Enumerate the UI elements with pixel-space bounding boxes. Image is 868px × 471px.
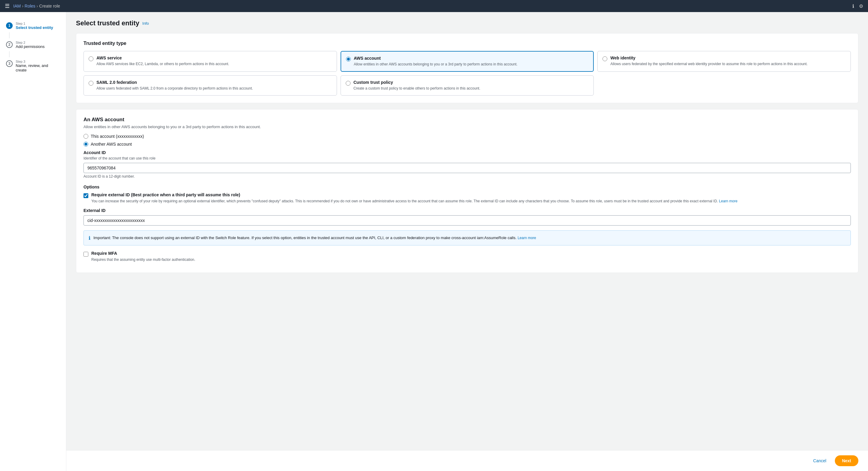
entity-option-aws-account[interactable]: AWS account Allow entities in other AWS … [341, 51, 594, 72]
step-3-label: Step 3 [16, 60, 60, 63]
entity-radio-saml[interactable] [89, 81, 93, 86]
settings-icon[interactable]: ⚙ [859, 3, 863, 9]
require-external-id-checkbox[interactable] [84, 193, 88, 198]
entity-option-saml-desc: Allow users federated with SAML 2.0 from… [96, 86, 253, 91]
sidebar-step-1: 1 Step 1 Select trusted entity [0, 19, 66, 32]
entity-option-aws-service-desc: Allow AWS services like EC2, Lambda, or … [96, 61, 229, 67]
require-external-id-label: Require external ID (Best practice when … [91, 193, 851, 197]
cancel-button[interactable]: Cancel [808, 456, 831, 466]
account-id-label: Account ID [84, 150, 851, 155]
top-navigation: ☰ IAM › Roles › Create role ℹ ⚙ [0, 0, 868, 12]
trusted-entity-card: Trusted entity type AWS service Allow AW… [76, 33, 858, 103]
external-id-label: External ID [84, 208, 851, 213]
step-connector-2 [9, 51, 10, 57]
options-section: Options Require external ID (Best practi… [84, 184, 851, 262]
entity-option-saml[interactable]: SAML 2.0 federation Allow users federate… [84, 76, 337, 96]
step-connector-1 [9, 32, 10, 38]
entity-option-aws-service-title: AWS service [96, 56, 229, 60]
entity-options-row2: SAML 2.0 federation Allow users federate… [84, 76, 851, 96]
entity-radio-aws-service[interactable] [89, 56, 93, 61]
breadcrumb-create-role: Create role [39, 4, 60, 8]
step-3-name: Name, review, and create [16, 63, 60, 72]
sidebar: 1 Step 1 Select trusted entity 2 Step 2 … [0, 12, 66, 471]
page-title: Select trusted entity [76, 19, 139, 27]
sidebar-step-3: 3 Step 3 Name, review, and create [0, 57, 66, 75]
require-external-id-learn-more[interactable]: Learn more [719, 199, 738, 203]
entity-radio-aws-account[interactable] [346, 57, 351, 61]
info-box-icon: ℹ [89, 235, 90, 241]
account-id-sublabel: Identifier of the account that can use t… [84, 156, 851, 160]
entity-option-custom-trust[interactable]: Custom trust policy Create a custom trus… [341, 76, 594, 96]
breadcrumb-roles[interactable]: Roles [25, 4, 36, 8]
account-id-input[interactable] [84, 163, 851, 173]
info-box-text: Important: The console does not support … [93, 235, 536, 241]
info-icon[interactable]: ℹ [852, 3, 854, 9]
step-1-circle: 1 [6, 22, 13, 29]
sidebar-step-2: 2 Step 2 Add permissions [0, 38, 66, 51]
entity-option-web-identity-desc: Allows users federated by the specified … [610, 61, 807, 67]
entity-option-custom-trust-desc: Create a custom trust policy to enable o… [353, 86, 480, 91]
info-box-learn-more[interactable]: Learn more [518, 236, 536, 240]
info-box: ℹ Important: The console does not suppor… [84, 230, 851, 245]
another-account-radio[interactable] [84, 142, 88, 147]
aws-account-section-desc: Allow entities in other AWS accounts bel… [84, 124, 851, 129]
this-account-radio[interactable] [84, 134, 88, 139]
breadcrumb: IAM › Roles › Create role [13, 4, 60, 8]
entity-option-aws-account-title: AWS account [354, 56, 518, 61]
entity-option-web-identity-title: Web identity [610, 56, 807, 60]
require-mfa-label: Require MFA [91, 251, 851, 256]
aws-account-detail-card: An AWS account Allow entities in other A… [76, 109, 858, 273]
entity-radio-custom-trust[interactable] [346, 81, 350, 86]
this-account-label: This account (xxxxxxxxxxxx) [91, 134, 144, 139]
entity-option-web-identity[interactable]: Web identity Allows users federated by t… [597, 51, 851, 72]
step-1-name: Select trusted entity [16, 25, 53, 30]
aws-account-section-title: An AWS account [84, 117, 851, 123]
step-1-label: Step 1 [16, 22, 53, 25]
entity-option-saml-title: SAML 2.0 federation [96, 80, 253, 85]
entity-option-aws-service[interactable]: AWS service Allow AWS services like EC2,… [84, 51, 337, 72]
hamburger-menu-icon[interactable]: ☰ [5, 3, 10, 9]
step-2-name: Add permissions [16, 44, 44, 49]
require-external-id-row: Require external ID (Best practice when … [84, 193, 851, 204]
entity-radio-web-identity[interactable] [602, 56, 607, 61]
page-title-row: Select trusted entity Info [76, 19, 858, 27]
another-account-option[interactable]: Another AWS account [84, 142, 851, 147]
require-mfa-desc: Requires that the assuming entity use mu… [91, 257, 851, 262]
this-account-option[interactable]: This account (xxxxxxxxxxxx) [84, 134, 851, 139]
require-mfa-row: Require MFA Requires that the assuming e… [84, 251, 851, 262]
bottom-bar: Cancel Next [66, 450, 868, 471]
require-mfa-section: Require MFA Requires that the assuming e… [84, 251, 851, 262]
breadcrumb-iam[interactable]: IAM [13, 4, 21, 8]
step-3-circle: 3 [6, 60, 13, 67]
entity-options-row1: AWS service Allow AWS services like EC2,… [84, 51, 851, 72]
entity-option-aws-account-desc: Allow entities in other AWS accounts bel… [354, 62, 518, 67]
next-button[interactable]: Next [835, 455, 858, 466]
step-2-circle: 2 [6, 41, 13, 48]
require-mfa-checkbox[interactable] [84, 252, 88, 257]
options-title: Options [84, 184, 851, 189]
require-external-id-desc: You can increase the security of your ro… [91, 198, 851, 204]
account-id-hint: Account ID is a 12-digit number. [84, 174, 851, 178]
trusted-entity-card-title: Trusted entity type [84, 41, 851, 46]
info-link[interactable]: Info [142, 21, 149, 26]
external-id-input[interactable] [84, 215, 851, 226]
another-account-label: Another AWS account [91, 142, 132, 147]
main-content: Select trusted entity Info Trusted entit… [66, 12, 868, 450]
step-2-label: Step 2 [16, 41, 44, 44]
external-id-section: External ID [84, 208, 851, 226]
entity-option-custom-trust-title: Custom trust policy [353, 80, 480, 85]
